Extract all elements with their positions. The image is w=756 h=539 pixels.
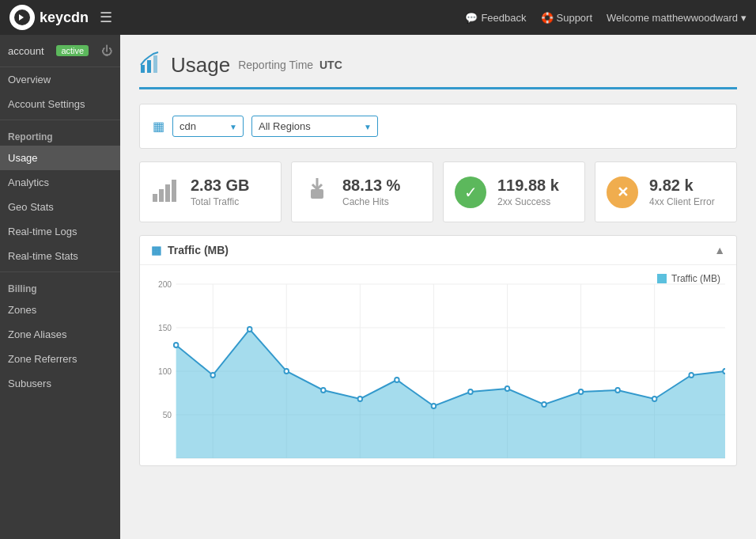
page-title: Usage — [171, 53, 230, 78]
4xx-error-label: 4xx Client Error — [649, 196, 715, 207]
stat-card-4xx-error: ✕ 9.82 k 4xx Client Error — [595, 161, 737, 222]
svg-point-33 — [432, 404, 437, 408]
geo-stats-label: Geo Stats — [8, 201, 54, 213]
svg-point-32 — [395, 378, 399, 382]
chart-legend: Traffic (MB) — [657, 273, 720, 284]
usage-chart-icon — [139, 51, 163, 79]
svg-point-26 — [174, 343, 179, 347]
account-settings-label: Account Settings — [8, 98, 85, 110]
svg-marker-25 — [176, 329, 725, 458]
sidebar-section-reporting: Reporting — [0, 123, 120, 146]
svg-point-34 — [468, 389, 473, 394]
feedback-label: Feedback — [481, 12, 526, 24]
svg-rect-7 — [172, 180, 176, 202]
sidebar-item-geo-stats[interactable]: Geo Stats — [0, 195, 120, 219]
topnav-left: keycdn ☰ — [9, 5, 112, 30]
sidebar-item-realtime-logs[interactable]: Real-time Logs — [0, 219, 120, 244]
chevron-down-icon: ▾ — [741, 12, 747, 24]
svg-text:200: 200 — [158, 279, 172, 289]
4xx-error-value: 9.82 k — [649, 177, 715, 195]
support-label: Support — [557, 12, 593, 24]
svg-point-36 — [542, 402, 546, 407]
sidebar: account active ⏻ Overview Account Settin… — [0, 35, 120, 539]
svg-point-31 — [358, 397, 363, 401]
welcome-menu[interactable]: Welcome matthewwoodward ▾ — [607, 12, 747, 24]
sidebar-section-billing: Billing — [0, 275, 120, 298]
usage-label: Usage — [8, 152, 38, 164]
total-traffic-label: Total Traffic — [191, 196, 249, 207]
feedback-icon: 💬 — [465, 12, 478, 24]
cache-hits-label: Cache Hits — [342, 196, 400, 207]
sidebar-item-realtime-stats[interactable]: Real-time Stats — [0, 244, 120, 268]
logo-icon — [9, 5, 35, 30]
sidebar-item-zones[interactable]: Zones — [0, 298, 120, 322]
sidebar-item-zone-aliases[interactable]: Zone Aliases — [0, 322, 120, 347]
svg-point-29 — [284, 369, 289, 374]
svg-rect-4 — [153, 194, 157, 202]
topnav: keycdn ☰ 💬 Feedback 🛟 Support Welcome ma… — [0, 0, 756, 35]
svg-point-35 — [505, 386, 510, 391]
stat-info-4xx-error: 9.82 k 4xx Client Error — [649, 177, 715, 207]
2xx-success-label: 2xx Success — [497, 196, 559, 207]
stat-info-total-traffic: 2.83 GB Total Traffic — [191, 177, 249, 207]
sidebar-item-zone-referrers[interactable]: Zone Referrers — [0, 347, 120, 371]
svg-point-40 — [689, 373, 694, 378]
svg-point-27 — [210, 373, 215, 378]
support-icon: 🛟 — [541, 12, 554, 24]
sidebar-divider-reporting — [0, 120, 120, 120]
stat-info-cache-hits: 88.13 % Cache Hits — [342, 177, 400, 207]
chart-title: Traffic (MB) — [168, 244, 229, 256]
svg-point-30 — [321, 388, 326, 393]
stat-card-2xx-success: ✓ 119.88 k 2xx Success — [443, 161, 585, 222]
svg-rect-3 — [153, 55, 157, 73]
legend-label: Traffic (MB) — [671, 273, 720, 284]
filter-bar: ▦ cdn all zones All Regions — [139, 104, 737, 149]
total-traffic-icon — [151, 175, 180, 209]
svg-rect-5 — [159, 189, 164, 202]
chart-header: ▦ Traffic (MB) ▲ — [140, 236, 736, 265]
chart-collapse-button[interactable]: ▲ — [714, 244, 725, 256]
hamburger-button[interactable]: ☰ — [100, 9, 112, 26]
svg-text:150: 150 — [158, 323, 172, 332]
svg-point-37 — [579, 389, 584, 394]
logo: keycdn — [9, 5, 89, 30]
chart-bar-icon: ▦ — [151, 244, 161, 256]
svg-rect-2 — [147, 60, 151, 73]
topnav-right: 💬 Feedback 🛟 Support Welcome matthewwood… — [465, 12, 747, 24]
zones-label: Zones — [8, 304, 36, 316]
chart-title-area: ▦ Traffic (MB) — [151, 244, 229, 256]
subusers-label: Subusers — [8, 378, 51, 389]
zone-select[interactable]: cdn all zones — [172, 116, 244, 137]
sidebar-item-overview[interactable]: Overview — [0, 67, 120, 92]
feedback-link[interactable]: 💬 Feedback — [465, 12, 526, 24]
stat-info-2xx-success: 119.88 k 2xx Success — [497, 177, 559, 207]
zone-select-wrapper: cdn all zones — [172, 116, 244, 137]
account-badge: active — [56, 45, 89, 56]
svg-rect-6 — [165, 184, 170, 202]
region-select[interactable]: All Regions — [251, 116, 378, 137]
sidebar-item-account-settings[interactable]: Account Settings — [0, 92, 120, 116]
2xx-success-icon: ✓ — [455, 177, 486, 208]
svg-text:100: 100 — [158, 366, 172, 376]
svg-text:50: 50 — [163, 410, 172, 419]
power-icon[interactable]: ⏻ — [101, 44, 112, 57]
analytics-label: Analytics — [8, 177, 49, 188]
sidebar-item-analytics[interactable]: Analytics — [0, 170, 120, 195]
sidebar-account-header: account active ⏻ — [0, 35, 120, 67]
svg-point-28 — [248, 327, 252, 332]
svg-rect-1 — [141, 65, 145, 73]
4xx-error-icon: ✕ — [607, 177, 638, 208]
support-link[interactable]: 🛟 Support — [541, 12, 593, 24]
grid-icon: ▦ — [153, 119, 164, 134]
chart-section: ▦ Traffic (MB) ▲ Traffic (MB) 200 150 10… — [139, 235, 737, 466]
overview-label: Overview — [8, 74, 51, 85]
sidebar-divider-billing — [0, 271, 120, 272]
account-label: account — [8, 45, 44, 57]
stat-card-total-traffic: 2.83 GB Total Traffic — [139, 161, 282, 222]
cache-hits-icon — [303, 175, 331, 209]
sidebar-item-usage[interactable]: Usage — [0, 146, 120, 170]
traffic-chart: 200 150 100 50 — [151, 273, 725, 463]
region-select-wrapper: All Regions — [251, 116, 378, 137]
sidebar-item-subusers[interactable]: Subusers — [0, 371, 120, 396]
legend-color-box — [657, 274, 667, 283]
